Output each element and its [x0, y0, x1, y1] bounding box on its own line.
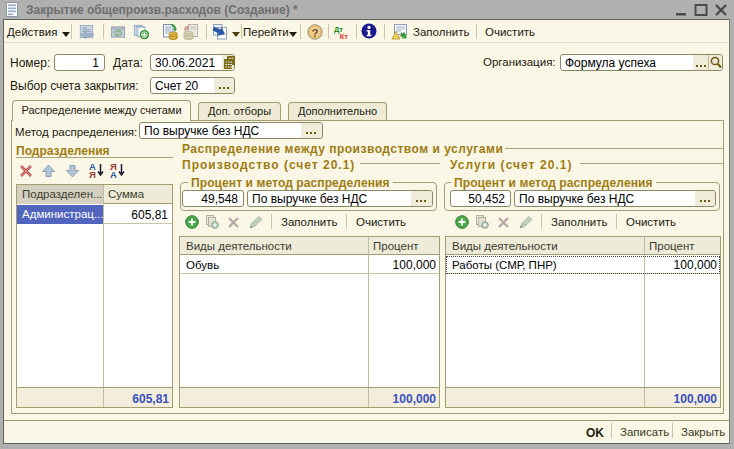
svg-text:Я: Я: [89, 169, 96, 179]
svg-text:?: ?: [311, 27, 318, 39]
svg-text:Кт: Кт: [340, 32, 349, 40]
svg-text:А: А: [110, 169, 117, 179]
